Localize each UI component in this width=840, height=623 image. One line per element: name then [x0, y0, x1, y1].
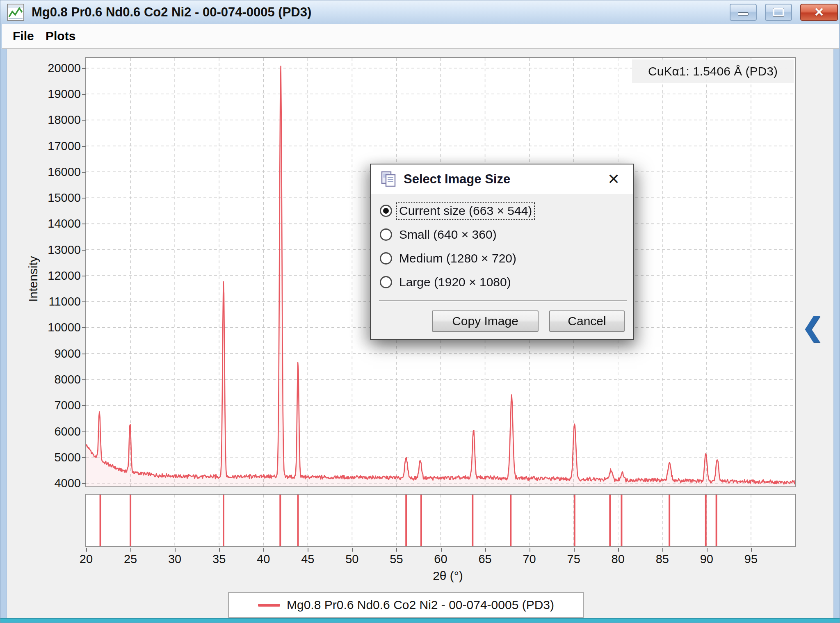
y-tick-label: 15000	[27, 192, 81, 204]
y-tick-mark	[82, 457, 86, 458]
radio-unselected-icon	[380, 276, 392, 288]
x-tick-mark	[662, 548, 663, 552]
y-tick-mark	[82, 198, 86, 199]
dialog-close-icon[interactable]: ✕	[605, 170, 623, 188]
window-frame-right	[833, 49, 840, 618]
y-tick-label: 18000	[27, 114, 81, 126]
y-tick-label: 7000	[27, 399, 81, 411]
x-tick-label: 50	[333, 552, 370, 566]
y-tick-label: 8000	[27, 373, 81, 386]
maximize-icon	[773, 8, 784, 16]
x-tick-mark	[219, 548, 220, 552]
y-tick-mark	[82, 94, 86, 95]
minimize-button[interactable]	[730, 4, 757, 21]
x-tick-mark	[352, 548, 353, 552]
x-tick-label: 45	[289, 552, 326, 566]
x-axis-title: 2θ (°)	[407, 569, 489, 583]
y-tick-mark	[82, 405, 86, 406]
radio-option-2[interactable]: Medium (1280 × 720)	[380, 248, 518, 269]
x-tick-mark	[308, 548, 308, 552]
radio-option-3[interactable]: Large (1920 × 1080)	[380, 272, 513, 292]
x-tick-mark	[441, 548, 442, 552]
y-tick-label: 10000	[27, 321, 81, 333]
reference-ticks-canvas	[86, 495, 795, 546]
x-tick-label: 40	[245, 552, 282, 566]
radio-option-label: Large (1920 × 1080)	[397, 274, 513, 290]
title-bar: Mg0.8 Pr0.6 Nd0.6 Co2 Ni2 - 00-074-0005 …	[0, 0, 840, 24]
y-tick-label: 12000	[27, 269, 81, 282]
menu-file[interactable]: File	[7, 24, 40, 48]
y-tick-label: 9000	[27, 347, 81, 360]
x-tick-label: 95	[733, 552, 769, 566]
x-tick-label: 85	[644, 552, 681, 566]
app-window: Mg0.8 Pr0.6 Nd0.6 Co2 Ni2 - 00-074-0005 …	[0, 0, 840, 623]
x-tick-label: 80	[600, 552, 637, 566]
y-tick-mark	[82, 483, 86, 484]
y-tick-mark	[82, 172, 86, 173]
x-tick-label: 70	[511, 552, 548, 566]
y-tick-label: 16000	[27, 166, 81, 178]
close-icon: ✕	[814, 6, 824, 18]
x-tick-mark	[263, 548, 264, 552]
radio-selected-icon	[380, 205, 392, 217]
y-tick-mark	[82, 120, 86, 121]
app-icon	[7, 4, 24, 21]
x-tick-label: 65	[467, 552, 504, 566]
y-tick-label: 4000	[27, 477, 81, 489]
menu-bar: File Plots	[2, 24, 839, 49]
close-button[interactable]: ✕	[800, 4, 838, 21]
maximize-button[interactable]	[765, 4, 792, 21]
x-tick-mark	[751, 548, 752, 552]
copy-image-icon	[381, 171, 397, 187]
x-tick-label: 20	[68, 552, 105, 566]
y-tick-label: 6000	[27, 425, 81, 438]
x-tick-label: 35	[201, 552, 237, 566]
x-tick-label: 30	[156, 552, 193, 566]
x-tick-mark	[574, 548, 575, 552]
dialog-separator	[379, 300, 627, 301]
radio-unselected-icon	[380, 252, 392, 265]
y-tick-mark	[82, 224, 86, 224]
wavelength-annotation: CuKα1: 1.5406 Å (PD3)	[632, 59, 794, 83]
x-tick-mark	[130, 548, 131, 552]
x-tick-mark	[530, 548, 530, 552]
legend-line-swatch	[258, 604, 280, 607]
x-tick-mark	[86, 548, 87, 552]
reference-tick-panel	[85, 494, 796, 547]
copy-image-button[interactable]: Copy Image	[432, 310, 539, 332]
x-tick-label: 90	[688, 552, 725, 566]
cancel-button[interactable]: Cancel	[549, 310, 625, 332]
window-title: Mg0.8 Pr0.6 Nd0.6 Co2 Ni2 - 00-074-0005 …	[32, 0, 311, 24]
radio-option-1[interactable]: Small (640 × 360)	[380, 224, 498, 245]
x-tick-mark	[175, 548, 176, 552]
radio-unselected-icon	[380, 228, 392, 241]
y-tick-label: 17000	[27, 140, 81, 152]
y-tick-label: 14000	[27, 217, 81, 230]
window-frame-left	[0, 49, 7, 618]
dialog-title-bar: Select Image Size ✕	[371, 164, 633, 194]
x-tick-label: 55	[378, 552, 415, 566]
radio-option-label: Current size (663 × 544)	[397, 203, 534, 219]
dialog-title: Select Image Size	[404, 172, 510, 187]
y-tick-label: 13000	[27, 244, 81, 256]
menu-plots[interactable]: Plots	[40, 24, 81, 48]
y-tick-label: 11000	[27, 295, 81, 308]
window-frame-bottom	[0, 618, 840, 623]
x-tick-label: 25	[112, 552, 149, 566]
x-tick-mark	[707, 548, 708, 552]
y-tick-label: 20000	[27, 62, 81, 74]
y-tick-mark	[82, 146, 86, 147]
radio-option-0[interactable]: Current size (663 × 544)	[380, 201, 534, 221]
x-tick-label: 60	[422, 552, 459, 566]
y-tick-label: 5000	[27, 451, 81, 463]
y-tick-mark	[82, 431, 86, 432]
legend: Mg0.8 Pr0.6 Nd0.6 Co2 Ni2 - 00-074-0005 …	[228, 592, 584, 618]
y-tick-mark	[82, 68, 86, 69]
x-tick-label: 75	[555, 552, 592, 566]
collapse-panel-arrow-button[interactable]: ❮	[802, 315, 823, 340]
x-tick-mark	[618, 548, 619, 552]
x-tick-mark	[396, 548, 397, 552]
y-tick-mark	[82, 379, 86, 380]
radio-option-label: Medium (1280 × 720)	[397, 251, 518, 266]
y-tick-mark	[82, 327, 86, 328]
